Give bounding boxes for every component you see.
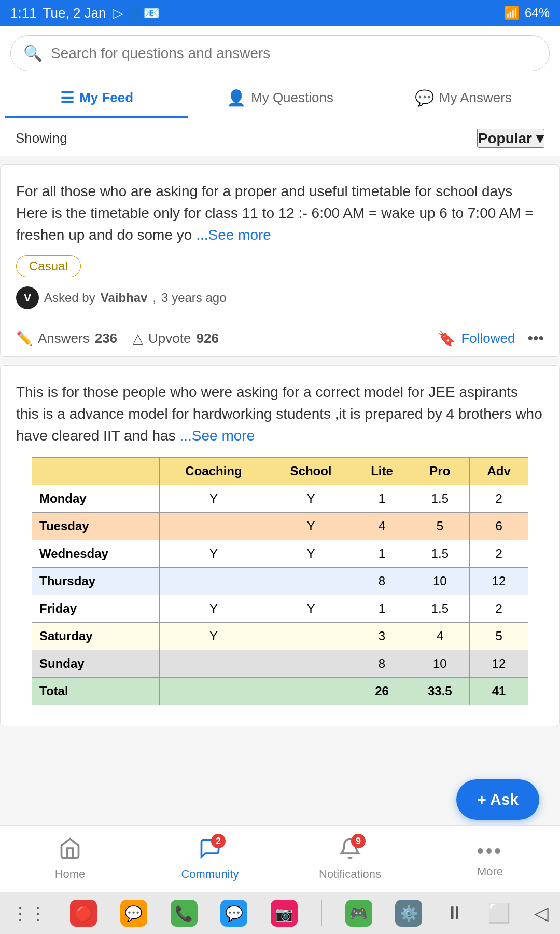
phone-bar-app2[interactable]: 💬 [120, 900, 147, 927]
upvote-label: Upvote [148, 331, 191, 347]
table-row: Thursday81012 [32, 568, 528, 595]
avatar-vaibhav: V [16, 286, 39, 309]
jee-schedule-table: Coaching School Lite Pro Adv MondayYY11.… [32, 457, 528, 705]
feed-card-1: For all those who are asking for a prope… [0, 164, 560, 357]
answers-label: Answers [38, 331, 90, 347]
table-header-adv: Adv [470, 458, 528, 485]
followed-button[interactable]: 🔖 Followed [438, 330, 515, 347]
community-badge: 2 [211, 834, 226, 848]
popular-sort-button[interactable]: Popular ▾ [477, 129, 544, 148]
my-feed-icon: ☰ [60, 89, 74, 107]
phone-bar: ⋮⋮ 🔴 💬 📞 💬 📷 🎮 ⚙️ ⏸ ⬜ ◁ [0, 892, 560, 934]
home-icon [59, 837, 81, 864]
table-row: Total2633.541 [32, 678, 528, 705]
answers-count[interactable]: ✏️ Answers 236 [16, 331, 117, 347]
table-row: MondayYY11.52 [32, 485, 528, 513]
status-date: Tue, 2 Jan [43, 5, 106, 21]
nav-home[interactable]: Home [0, 832, 140, 886]
table-header-lite: Lite [354, 458, 410, 485]
upvote-icon: △ [133, 331, 143, 347]
answers-number: 236 [95, 331, 117, 347]
phone-bar-separator [321, 900, 322, 926]
phone-bar-app1[interactable]: 🔴 [70, 900, 97, 927]
nav-community[interactable]: 2 Community [140, 832, 280, 886]
battery-icon: 64% [525, 6, 550, 20]
card-footer-1: ✏️ Answers 236 △ Upvote 926 🔖 Followed •… [1, 320, 559, 356]
table-row: TuesdayY456 [32, 513, 528, 540]
showing-bar: Showing Popular ▾ [0, 118, 560, 156]
phone-bar-pause-icon: ⏸ [445, 902, 464, 924]
my-answers-icon: 💬 [415, 89, 434, 107]
nav-notifications[interactable]: 9 Notifications [280, 832, 420, 886]
see-more-2[interactable]: ...See more [179, 428, 255, 444]
nav-notifications-label: Notifications [319, 868, 381, 881]
phone-bar-grid-icon: ⋮⋮ [11, 903, 47, 924]
card-body-1: For all those who are asking for a prope… [1, 165, 559, 320]
table-header-pro: Pro [410, 458, 470, 485]
asked-by-label: Asked by [44, 291, 95, 305]
feed-card-2: This is for those people who were asking… [0, 365, 560, 726]
tabs-bar: ☰ My Feed 👤 My Questions 💬 My Answers [0, 76, 560, 118]
table-header-school: School [268, 458, 354, 485]
nav-more[interactable]: ••• More [420, 835, 560, 884]
notifications-badge-wrap: 9 [339, 837, 361, 864]
edit-icon: ✏️ [16, 331, 33, 347]
search-input[interactable] [51, 45, 537, 62]
table-row: WednesdayYY11.52 [32, 540, 528, 568]
tag-casual[interactable]: Casual [16, 255, 81, 277]
search-bar[interactable]: 🔍 [10, 35, 550, 71]
status-bar: 1:11 Tue, 2 Jan ▷ 👤📧 📶 64% [0, 0, 560, 26]
more-options-icon[interactable]: ••• [527, 329, 544, 347]
table-row: SaturdayY345 [32, 623, 528, 650]
community-badge-wrap: 2 [199, 837, 221, 864]
tab-my-questions-label: My Questions [251, 90, 333, 106]
asked-by-1: V Asked by Vaibhav, 3 years ago [16, 286, 544, 309]
search-icon: 🔍 [23, 44, 43, 62]
followed-label: Followed [461, 331, 515, 347]
phone-bar-app5[interactable]: 📷 [271, 900, 298, 927]
time-ago-1: 3 years ago [161, 291, 226, 305]
nav-community-label: Community [181, 868, 239, 881]
search-bar-wrap: 🔍 [0, 26, 560, 76]
status-time: 1:11 [10, 5, 37, 21]
card-footer-right-1: 🔖 Followed ••• [438, 329, 544, 347]
card-text-1: For all those who are asking for a prope… [16, 181, 544, 246]
popular-label: Popular [478, 130, 532, 147]
tab-my-feed[interactable]: ☰ My Feed [5, 76, 188, 118]
tab-my-feed-label: My Feed [79, 90, 133, 106]
showing-label: Showing [16, 130, 67, 146]
phone-bar-app3[interactable]: 📞 [171, 900, 198, 927]
table-row: FridayYY11.52 [32, 595, 528, 623]
phone-bar-app6[interactable]: 🎮 [345, 900, 372, 927]
upvote-number: 926 [196, 331, 218, 347]
table-header-day [32, 458, 160, 485]
phone-bar-square-icon: ⬜ [487, 902, 511, 924]
author-name-1: Vaibhav [101, 291, 148, 305]
tab-my-questions[interactable]: 👤 My Questions [188, 76, 371, 118]
bottom-nav: Home 2 Community 9 Notifications ••• [0, 825, 560, 892]
status-left: 1:11 Tue, 2 Jan ▷ 👤📧 [10, 5, 160, 21]
tab-my-answers-label: My Answers [439, 90, 512, 106]
phone-bar-app4[interactable]: 💬 [220, 900, 247, 927]
upvote-count[interactable]: △ Upvote 926 [133, 331, 219, 347]
bookmark-icon: 🔖 [438, 330, 456, 347]
status-right: 📶 64% [504, 6, 550, 20]
see-more-1[interactable]: ...See more [196, 227, 271, 243]
nav-more-label: More [477, 865, 503, 878]
card-body-2: This is for those people who were asking… [1, 366, 559, 726]
my-questions-icon: 👤 [227, 89, 246, 107]
table-header-coaching: Coaching [159, 458, 268, 485]
more-icon: ••• [477, 840, 503, 862]
status-icons: ▷ 👤📧 [113, 5, 160, 21]
phone-bar-settings[interactable]: ⚙️ [395, 900, 422, 927]
table-row: Sunday81012 [32, 650, 528, 678]
ask-button[interactable]: + Ask [456, 779, 539, 820]
phone-bar-back-icon: ◁ [534, 902, 549, 924]
tab-my-answers[interactable]: 💬 My Answers [372, 76, 555, 118]
chevron-down-icon: ▾ [536, 130, 543, 147]
nav-home-label: Home [55, 868, 86, 881]
notifications-badge: 9 [351, 834, 366, 848]
jee-table-wrap: Coaching School Lite Pro Adv MondayYY11.… [16, 447, 544, 716]
wifi-icon: 📶 [504, 6, 520, 20]
card-text-2: This is for those people who were asking… [16, 381, 544, 447]
